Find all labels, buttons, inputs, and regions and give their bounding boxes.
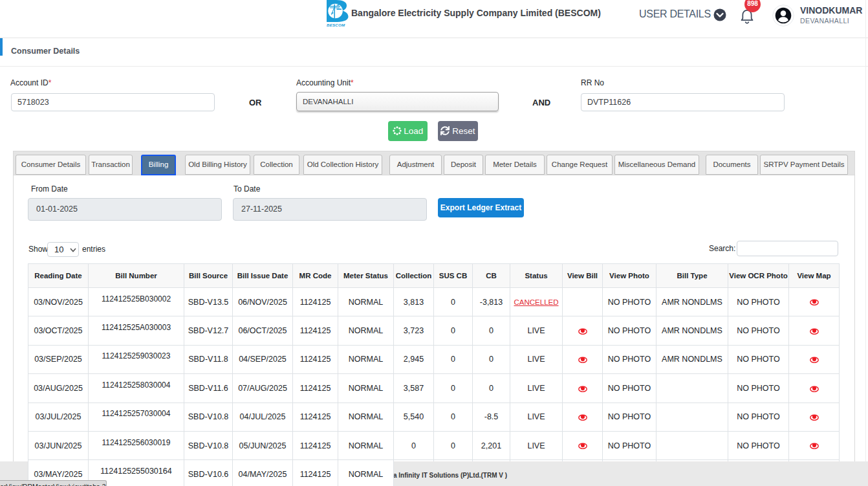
svg-text:BESCOM: BESCOM	[327, 23, 345, 27]
